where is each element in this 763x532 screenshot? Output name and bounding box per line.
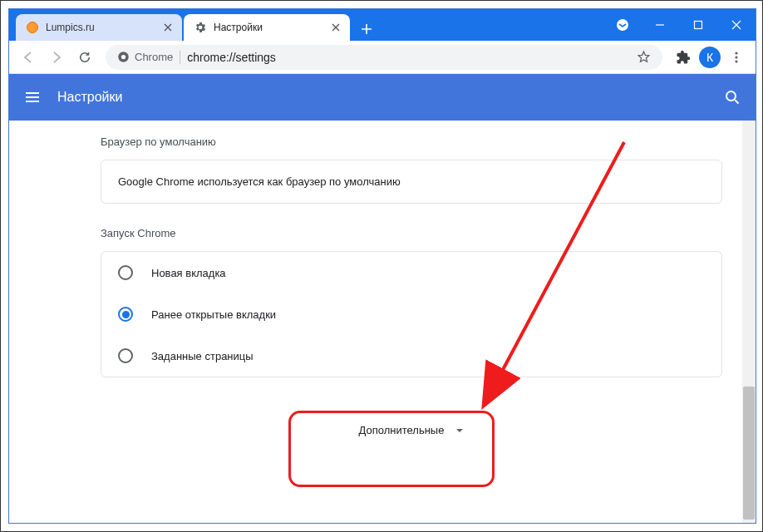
default-browser-card: Google Chrome используется как браузер п… — [101, 160, 722, 204]
address-bar[interactable]: Chrome chrome://settings — [106, 45, 662, 70]
tab-title: Настройки — [214, 22, 330, 33]
svg-point-6 — [735, 52, 737, 54]
maximize-button[interactable] — [679, 9, 717, 41]
radio-icon — [118, 307, 133, 322]
menu-icon[interactable] — [24, 89, 41, 106]
radio-icon — [118, 348, 133, 363]
toolbar: Chrome chrome://settings К — [9, 41, 756, 74]
chrome-product-icon — [117, 51, 130, 63]
svg-rect-3 — [695, 22, 702, 29]
svg-point-2 — [617, 19, 628, 31]
site-info-button[interactable]: Chrome — [117, 51, 173, 63]
search-icon[interactable] — [724, 89, 741, 106]
avatar-letter: К — [706, 51, 713, 64]
forward-button[interactable] — [44, 45, 69, 70]
radio-label: Заданные страницы — [151, 350, 254, 362]
on-startup-heading: Запуск Chrome — [101, 227, 722, 239]
startup-option-specific[interactable]: Заданные страницы — [101, 335, 721, 377]
startup-option-newtab[interactable]: Новая вкладка — [101, 252, 721, 293]
close-icon[interactable] — [330, 22, 342, 33]
reload-button[interactable] — [72, 45, 97, 70]
startup-option-continue[interactable]: Ранее открытые вкладки — [101, 293, 721, 335]
svg-point-5 — [121, 55, 126, 59]
url-text: chrome://settings — [187, 51, 276, 64]
page-title: Настройки — [57, 90, 122, 105]
on-startup-card: Новая вкладка Ранее открытые вкладки Зад… — [101, 251, 722, 377]
back-button[interactable] — [16, 45, 41, 70]
tab-title: Lumpics.ru — [46, 22, 162, 33]
close-window-button[interactable] — [717, 9, 756, 41]
tab-strip: Lumpics.ru Настройки — [9, 9, 611, 41]
advanced-label: Дополнительные — [359, 424, 445, 436]
radio-icon — [118, 265, 133, 280]
settings-content: Браузер по умолчанию Google Chrome испол… — [9, 121, 756, 523]
default-browser-status: Google Chrome используется как браузер п… — [101, 160, 721, 203]
close-icon[interactable] — [162, 22, 174, 33]
tab-lumpics[interactable]: Lumpics.ru — [16, 14, 182, 41]
gear-icon — [194, 21, 207, 34]
orange-circle-icon — [26, 21, 39, 34]
chevron-down-icon — [455, 426, 464, 435]
window-controls — [611, 9, 756, 41]
security-label: Chrome — [135, 51, 173, 63]
titlebar: Lumpics.ru Настройки — [9, 9, 756, 41]
radio-label: Новая вкладка — [151, 267, 226, 279]
extensions-button[interactable] — [671, 45, 696, 70]
radio-label: Ранее открытые вкладки — [151, 308, 276, 321]
default-browser-heading: Браузер по умолчанию — [101, 135, 722, 148]
svg-point-7 — [735, 56, 737, 58]
minimize-button[interactable] — [641, 9, 679, 41]
tab-settings[interactable]: Настройки — [184, 14, 350, 41]
menu-button[interactable] — [724, 45, 749, 70]
new-tab-button[interactable] — [355, 17, 378, 41]
settings-header: Настройки — [9, 74, 756, 121]
advanced-toggle[interactable]: Дополнительные — [101, 401, 722, 460]
divider — [180, 51, 180, 64]
svg-point-8 — [735, 60, 737, 62]
bookmark-star-icon[interactable] — [637, 50, 651, 64]
tab-search-icon[interactable] — [611, 13, 634, 37]
svg-point-9 — [726, 91, 736, 101]
profile-avatar[interactable]: К — [699, 47, 721, 68]
